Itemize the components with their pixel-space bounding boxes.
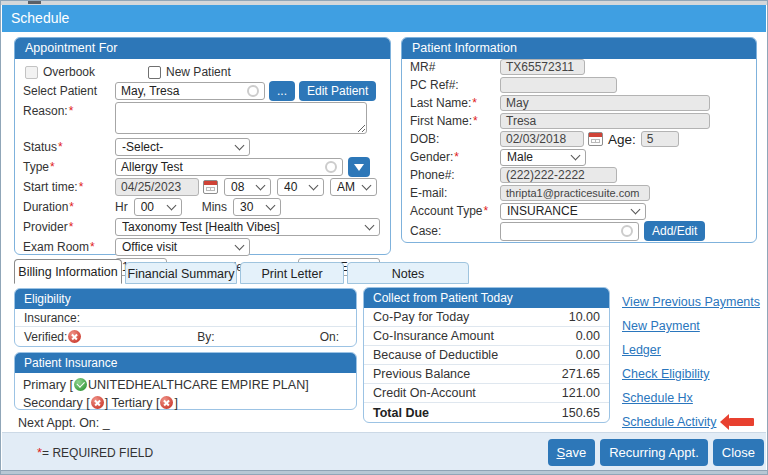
- add-edit-case-button[interactable]: Add/Edit: [644, 221, 705, 241]
- case-input[interactable]: [500, 222, 639, 241]
- recurring-appt-button[interactable]: Recurring Appt.: [600, 439, 708, 466]
- patient-insurance-header: Patient Insurance: [15, 353, 356, 373]
- save-button[interactable]: Save: [548, 439, 596, 466]
- start-time-row: Start time:* 04/25/2023 08 40 AM: [23, 178, 382, 196]
- overbook-checkbox[interactable]: [25, 66, 38, 79]
- collect-row: Co-Pay for Today10.00: [364, 308, 609, 327]
- mr-label: MR#: [410, 60, 500, 74]
- patient-name-value: May, Tresa: [121, 84, 179, 98]
- reason-label: Reason:*: [23, 102, 115, 118]
- type-input[interactable]: Allergy Test: [115, 158, 343, 176]
- first-name-label: First Name:*: [410, 114, 500, 128]
- duration-label: Duration*: [23, 200, 115, 214]
- patient-insurance-panel: Patient Insurance Primary [UNITEDHEALTHC…: [14, 352, 357, 410]
- account-type-select[interactable]: INSURANCE: [500, 203, 646, 220]
- verified-by-label: By:: [197, 330, 214, 344]
- insurance-missing-icon: [160, 396, 173, 409]
- age-label: Age:: [608, 132, 636, 147]
- tab-notes[interactable]: Notes: [347, 262, 469, 284]
- phone-label: Phone#:: [410, 168, 500, 182]
- account-type-label: Account Type*: [410, 204, 500, 218]
- duration-hr-select[interactable]: 00: [134, 198, 182, 216]
- collect-row: Credit On-Account121.00: [364, 384, 609, 403]
- last-name-row: Last Name:* May: [410, 95, 748, 111]
- phone-row: Phone#: (222)222-2222: [410, 167, 748, 183]
- insurance-verified-icon: [74, 378, 87, 391]
- calendar-icon[interactable]: [203, 180, 218, 194]
- dialog-title: Schedule: [11, 10, 69, 26]
- select-patient-label: Select Patient: [23, 84, 115, 98]
- dob-input[interactable]: 02/03/2018: [500, 131, 584, 147]
- insurance-missing-icon: [91, 396, 104, 409]
- new-patient-label: New Patient: [166, 65, 231, 79]
- provider-select[interactable]: Taxonomy Test [Health Vibes]: [115, 218, 380, 236]
- collect-header: Collect from Patient Today: [364, 288, 609, 308]
- list-item: Ledger: [622, 340, 760, 354]
- new-payment-link[interactable]: New Payment: [622, 319, 700, 333]
- spinner-circle-icon: [621, 225, 633, 237]
- next-appt-text: Next Appt. On: _: [18, 416, 110, 430]
- start-time-label: Start time:*: [23, 180, 115, 194]
- chevron-down-icon: [266, 200, 276, 210]
- phone-input[interactable]: (222)222-2222: [500, 167, 617, 183]
- gender-select[interactable]: Male: [500, 149, 586, 166]
- spinner-circle-icon: [325, 161, 337, 173]
- browse-patient-button[interactable]: ...: [269, 81, 295, 101]
- status-select[interactable]: -Select-: [115, 138, 250, 156]
- exam-room-select[interactable]: Office visit: [115, 238, 250, 256]
- collect-from-patient-panel: Collect from Patient Today Co-Pay for To…: [363, 287, 610, 423]
- footer-buttons: Save Recurring Appt. Close: [548, 439, 765, 466]
- list-item: View Previous Payments: [622, 292, 760, 306]
- chevron-down-icon: [365, 220, 375, 230]
- schedule-activity-link[interactable]: Schedule Activity: [622, 415, 717, 429]
- pc-ref-row: PC Ref#:: [410, 77, 748, 93]
- tab-financial-summary[interactable]: Financial Summary: [125, 262, 237, 284]
- collect-row: Previous Balance271.65: [364, 365, 609, 384]
- verified-label: Verified:: [24, 330, 67, 344]
- last-name-label: Last Name:*: [410, 96, 500, 110]
- type-dropdown-button[interactable]: [348, 157, 370, 177]
- eligibility-header: Eligibility: [15, 289, 356, 309]
- duration-mins-select[interactable]: 30: [233, 198, 281, 216]
- chevron-down-icon: [309, 180, 319, 190]
- schedule-hx-link[interactable]: Schedule Hx: [622, 391, 693, 405]
- not-verified-icon: [68, 330, 81, 343]
- view-previous-payments-link[interactable]: View Previous Payments: [622, 295, 760, 309]
- patient-information-panel: Patient Information MR# TX65572311 PC Re…: [401, 37, 757, 243]
- chevron-down-icon: [571, 150, 581, 160]
- reason-textarea[interactable]: [115, 102, 367, 134]
- eligibility-panel: Eligibility Insurance: Verified: By: On:: [14, 288, 357, 347]
- tab-print-letter[interactable]: Print Letter: [240, 262, 344, 284]
- start-minute-select[interactable]: 40: [277, 178, 324, 196]
- edit-patient-button[interactable]: Edit Patient: [299, 81, 376, 101]
- patient-search-input[interactable]: May, Tresa: [115, 82, 265, 100]
- email-input[interactable]: thripta1@practicesuite.com: [500, 185, 650, 201]
- chevron-down-icon: [235, 140, 245, 150]
- pc-ref-label: PC Ref#:: [410, 78, 500, 92]
- collect-row: Co-Insurance Amount0.00: [364, 327, 609, 346]
- calendar-icon[interactable]: [588, 132, 603, 146]
- list-item: New Payment: [622, 316, 760, 330]
- last-name-input[interactable]: May: [500, 95, 710, 111]
- start-hour-select[interactable]: 08: [224, 178, 271, 196]
- chevron-down-icon: [256, 180, 266, 190]
- list-item: Schedule Activity: [622, 412, 760, 426]
- dob-label: DOB:: [410, 132, 500, 146]
- appointment-for-header: Appointment For: [15, 38, 390, 59]
- appointment-for-panel: Appointment For Overbook New Patient Sel…: [14, 37, 391, 255]
- dialog-titlebar: Schedule: [2, 5, 766, 32]
- first-name-input[interactable]: Tresa: [500, 113, 710, 129]
- start-ampm-select[interactable]: AM: [330, 178, 377, 196]
- tab-billing-information[interactable]: Billing Information: [14, 259, 122, 284]
- overbook-row: Overbook New Patient: [23, 64, 382, 80]
- verified-on-label: On:: [320, 330, 347, 344]
- start-date-input[interactable]: 04/25/2023: [115, 178, 199, 196]
- new-patient-checkbox[interactable]: [148, 66, 161, 79]
- first-name-row: First Name:* Tresa: [410, 113, 748, 129]
- gender-row: Gender:* Male: [410, 149, 748, 165]
- close-button[interactable]: Close: [713, 439, 764, 466]
- check-eligibility-link[interactable]: Check Eligibility: [622, 367, 710, 381]
- duration-row: Duration* Hr 00 Mins 30: [23, 198, 382, 216]
- case-label: Case:: [410, 224, 500, 238]
- ledger-link[interactable]: Ledger: [622, 343, 661, 357]
